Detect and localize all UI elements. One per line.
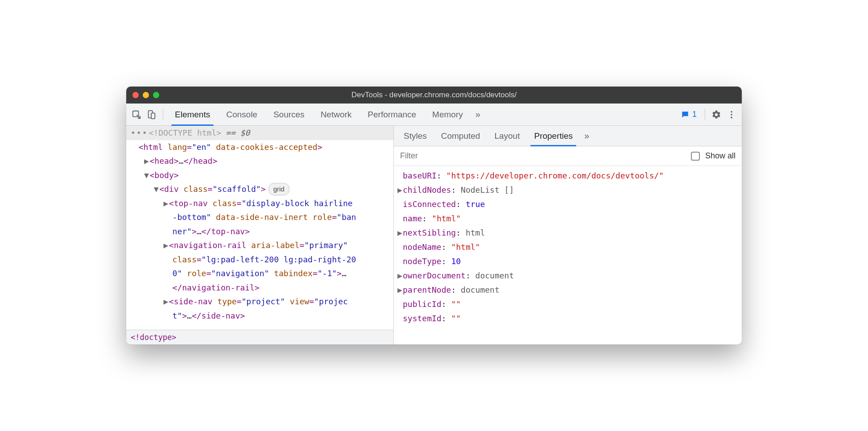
- property-row[interactable]: ▶nextSibling: html: [396, 226, 740, 240]
- dom-node-head[interactable]: ▶<head>…</head>: [126, 154, 393, 168]
- window-controls: [132, 92, 159, 98]
- subtab-properties[interactable]: Properties: [527, 126, 580, 146]
- expand-arrow-icon[interactable]: ▶: [397, 226, 403, 240]
- window-title: DevTools - developer.chrome.com/docs/dev…: [126, 91, 742, 99]
- issues-count: 1: [692, 110, 697, 119]
- property-row[interactable]: baseURI: "https://developer.chrome.com/d…: [396, 169, 740, 183]
- expand-arrow-icon[interactable]: ▶: [397, 283, 403, 297]
- collapse-arrow-icon[interactable]: ▼: [144, 168, 150, 182]
- dom-node-doctype[interactable]: •••<!DOCTYPE html>== $0: [126, 126, 393, 140]
- filter-row: Show all: [394, 146, 742, 166]
- main-tabs: Elements Console Sources Network Perform…: [167, 104, 485, 125]
- subtab-computed[interactable]: Computed: [434, 126, 488, 146]
- property-row[interactable]: publicId: "": [396, 297, 740, 311]
- more-subtabs-icon[interactable]: »: [580, 126, 594, 146]
- elements-panel: •••<!DOCTYPE html>== $0 <html lang="en" …: [126, 126, 394, 344]
- minimize-window-button[interactable]: [143, 92, 149, 98]
- expand-arrow-icon[interactable]: ▶: [163, 196, 169, 211]
- svg-point-5: [731, 116, 732, 118]
- collapse-arrow-icon[interactable]: ▼: [153, 182, 159, 196]
- titlebar: DevTools - developer.chrome.com/docs/dev…: [126, 87, 742, 104]
- expand-arrow-icon[interactable]: ▶: [144, 154, 150, 168]
- expand-arrow-icon[interactable]: ▶: [163, 238, 169, 253]
- show-all-checkbox[interactable]: [691, 152, 700, 161]
- property-row[interactable]: ▶ownerDocument: document: [396, 269, 740, 283]
- expand-arrow-icon[interactable]: ▶: [397, 269, 403, 283]
- expand-arrow-icon[interactable]: ▶: [397, 183, 403, 197]
- svg-point-4: [731, 114, 732, 116]
- dom-node-div-scaffold[interactable]: ▼<div class="scaffold">grid: [126, 182, 393, 196]
- inspect-element-icon[interactable]: [129, 107, 144, 122]
- close-window-button[interactable]: [132, 92, 139, 98]
- grid-badge[interactable]: grid: [269, 183, 289, 195]
- dom-node-top-nav[interactable]: ▶<top-nav class="display-block hairline …: [126, 196, 393, 239]
- tab-elements[interactable]: Elements: [167, 104, 218, 125]
- sidebar-tabs: Styles Computed Layout Properties »: [394, 126, 742, 146]
- svg-rect-2: [151, 113, 155, 119]
- filter-input[interactable]: [400, 151, 686, 161]
- sidebar-panel: Styles Computed Layout Properties » Show…: [394, 126, 742, 344]
- property-row[interactable]: nodeName: "html": [396, 240, 740, 254]
- expand-arrow-icon[interactable]: ▶: [163, 294, 169, 309]
- properties-list[interactable]: baseURI: "https://developer.chrome.com/d…: [394, 166, 742, 344]
- dom-node-side-nav[interactable]: ▶<side-nav type="project" view="projec t…: [126, 294, 393, 323]
- issues-button[interactable]: 1: [676, 108, 701, 121]
- subtab-layout[interactable]: Layout: [487, 126, 527, 146]
- toolbar-divider: [163, 109, 163, 120]
- content-area: •••<!DOCTYPE html>== $0 <html lang="en" …: [126, 126, 742, 344]
- tab-performance[interactable]: Performance: [360, 104, 424, 125]
- svg-point-3: [731, 111, 732, 112]
- main-toolbar: Elements Console Sources Network Perform…: [126, 104, 742, 126]
- subtab-styles[interactable]: Styles: [397, 126, 434, 146]
- device-toolbar-icon[interactable]: [144, 107, 159, 122]
- property-row[interactable]: ▶childNodes: NodeList []: [396, 183, 740, 197]
- more-menu-icon[interactable]: [724, 107, 739, 122]
- tab-console[interactable]: Console: [218, 104, 265, 125]
- zoom-window-button[interactable]: [153, 92, 159, 98]
- property-row[interactable]: isConnected: true: [396, 197, 740, 211]
- dom-tree[interactable]: •••<!DOCTYPE html>== $0 <html lang="en" …: [126, 126, 393, 330]
- tab-network[interactable]: Network: [313, 104, 360, 125]
- property-row[interactable]: name: "html": [396, 211, 740, 226]
- dom-node-html[interactable]: <html lang="en" data-cookies-accepted>: [126, 140, 393, 154]
- show-all-label: Show all: [705, 151, 736, 161]
- property-row[interactable]: nodeType: 10: [396, 254, 740, 269]
- toolbar-divider: [705, 109, 705, 120]
- more-tabs-icon[interactable]: »: [471, 104, 485, 125]
- property-row[interactable]: systemId: "": [396, 311, 740, 326]
- tab-sources[interactable]: Sources: [265, 104, 313, 125]
- devtools-window: DevTools - developer.chrome.com/docs/dev…: [126, 87, 742, 344]
- settings-icon[interactable]: [709, 107, 724, 122]
- dom-node-navigation-rail[interactable]: ▶<navigation-rail aria-label="primary" c…: [126, 238, 393, 294]
- breadcrumb[interactable]: <!doctype>: [126, 330, 393, 344]
- tab-memory[interactable]: Memory: [424, 104, 471, 125]
- property-row[interactable]: ▶parentNode: document: [396, 283, 740, 297]
- dom-node-body[interactable]: ▼<body>: [126, 168, 393, 182]
